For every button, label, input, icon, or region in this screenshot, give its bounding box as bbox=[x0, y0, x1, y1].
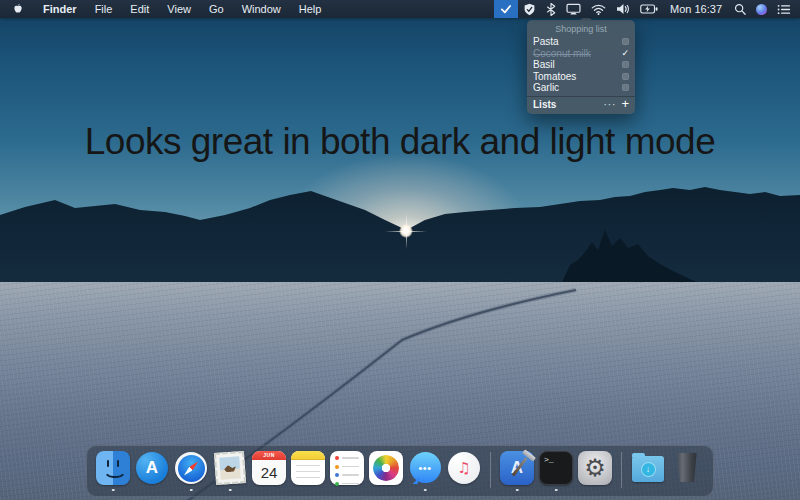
photos-icon bbox=[369, 451, 403, 485]
apple-icon bbox=[12, 2, 24, 16]
dock-downloads-folder[interactable]: ↓ bbox=[630, 450, 666, 492]
dock-app-xcode[interactable]: A bbox=[499, 450, 535, 492]
display-icon[interactable] bbox=[561, 0, 586, 18]
running-indicator bbox=[555, 489, 558, 492]
dock-separator bbox=[621, 452, 622, 488]
reminders-icon bbox=[330, 451, 364, 485]
calendar-month: JUN bbox=[252, 451, 286, 460]
volume-icon[interactable] bbox=[611, 0, 635, 18]
running-indicator bbox=[190, 489, 193, 492]
menu-item-go[interactable]: Go bbox=[200, 0, 233, 18]
dock-app-messages[interactable]: ••• bbox=[407, 450, 443, 492]
calendar-day: 24 bbox=[252, 460, 286, 485]
xcode-icon: A bbox=[500, 451, 534, 485]
list-item[interactable]: Pasta ✓ bbox=[527, 36, 635, 48]
dock-app-itunes[interactable]: ♫ bbox=[446, 450, 482, 492]
dock-app-calendar[interactable]: JUN 24 bbox=[251, 450, 287, 492]
list-item[interactable]: Basil ✓ bbox=[527, 59, 635, 71]
menu-item-view[interactable]: View bbox=[158, 0, 200, 18]
dock: A JUN 24 bbox=[86, 445, 714, 497]
menu-item-file[interactable]: File bbox=[86, 0, 122, 18]
siri-icon[interactable] bbox=[751, 0, 772, 18]
app-store-icon: A bbox=[136, 452, 168, 484]
dock-app-app-store[interactable]: A bbox=[134, 450, 170, 492]
menu-bar: Finder File Edit View Go Window Help bbox=[0, 0, 800, 18]
dock-app-terminal[interactable]: >_ bbox=[538, 450, 574, 492]
item-label: Basil bbox=[533, 59, 622, 70]
dock-app-safari[interactable] bbox=[173, 450, 209, 492]
dock-app-reminders[interactable] bbox=[329, 450, 365, 492]
trash-icon bbox=[676, 453, 698, 482]
menu-item-help[interactable]: Help bbox=[290, 0, 331, 18]
terminal-icon: >_ bbox=[539, 451, 573, 485]
itunes-icon: ♫ bbox=[448, 452, 480, 484]
bluetooth-icon[interactable] bbox=[541, 0, 561, 18]
shopping-list-popover: Shopping list Pasta ✓ Coconut milk ✓ Bas… bbox=[527, 20, 635, 114]
popover-footer: Lists ··· + bbox=[527, 96, 635, 114]
dock-app-finder[interactable] bbox=[95, 450, 131, 492]
calendar-icon: JUN 24 bbox=[252, 451, 286, 485]
dock-app-photos[interactable] bbox=[368, 450, 404, 492]
list-item[interactable]: Tomatoes ✓ bbox=[527, 71, 635, 83]
menu-bar-clock[interactable]: Mon 16:37 bbox=[663, 3, 729, 15]
popover-title: Shopping list bbox=[527, 20, 635, 36]
wifi-icon[interactable] bbox=[586, 0, 611, 18]
downloads-folder-icon: ↓ bbox=[632, 456, 664, 482]
menu-item-edit[interactable]: Edit bbox=[121, 0, 158, 18]
checkbox[interactable] bbox=[622, 73, 629, 80]
item-label: Garlic bbox=[533, 82, 622, 93]
checkbox[interactable] bbox=[622, 61, 629, 68]
spotlight-icon[interactable] bbox=[729, 0, 751, 18]
item-label: Tomatoes bbox=[533, 71, 622, 82]
checkbox[interactable] bbox=[622, 84, 629, 91]
desktop: Looks great in both dark and light mode … bbox=[0, 0, 800, 500]
notification-center-icon[interactable] bbox=[772, 0, 800, 18]
shield-icon[interactable] bbox=[518, 0, 541, 18]
dock-separator bbox=[490, 452, 491, 488]
checkbox[interactable] bbox=[622, 38, 629, 45]
running-indicator bbox=[229, 489, 232, 492]
running-indicator bbox=[112, 489, 115, 492]
running-indicator bbox=[516, 489, 519, 492]
item-label: Coconut milk bbox=[533, 48, 621, 59]
checkmark-icon[interactable]: ✓ bbox=[621, 50, 629, 57]
checklist-app-menu-icon[interactable] bbox=[494, 0, 518, 18]
running-indicator bbox=[424, 489, 427, 492]
mail-icon bbox=[214, 451, 246, 485]
safari-icon bbox=[175, 452, 207, 484]
dock-app-notes[interactable] bbox=[290, 450, 326, 492]
list-item[interactable]: Garlic ✓ bbox=[527, 82, 635, 94]
more-options-button[interactable]: ··· bbox=[603, 99, 616, 110]
menu-bar-status-area: Mon 16:37 bbox=[494, 0, 800, 18]
item-label: Pasta bbox=[533, 36, 622, 47]
menu-bar-left: Finder File Edit View Go Window Help bbox=[0, 0, 330, 18]
list-item[interactable]: Coconut milk ✓ bbox=[527, 48, 635, 60]
menu-item-finder[interactable]: Finder bbox=[34, 0, 86, 18]
notes-icon bbox=[291, 451, 325, 485]
add-item-button[interactable]: + bbox=[621, 99, 629, 109]
menu-item-window[interactable]: Window bbox=[233, 0, 290, 18]
system-preferences-icon: ⚙ bbox=[578, 451, 612, 485]
dock-app-system-preferences[interactable]: ⚙ bbox=[577, 450, 613, 492]
hero-headline: Looks great in both dark and light mode bbox=[0, 121, 800, 163]
messages-icon: ••• bbox=[410, 452, 441, 483]
dock-app-mail[interactable] bbox=[212, 450, 248, 492]
lists-button[interactable]: Lists bbox=[533, 99, 603, 110]
dock-trash[interactable] bbox=[669, 450, 705, 492]
finder-icon bbox=[96, 451, 130, 485]
apple-menu[interactable] bbox=[0, 0, 34, 18]
battery-icon[interactable] bbox=[635, 0, 663, 18]
